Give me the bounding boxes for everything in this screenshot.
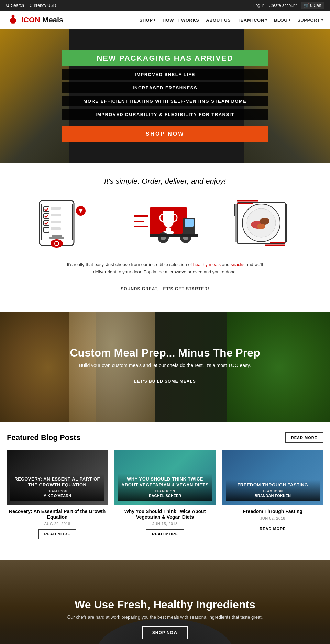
fresh-ingredients-section: We Use Fresh, Healthy Ingredients Our ch… xyxy=(0,560,330,644)
blog-card-1: WHY YOU SHOULD THINK TWICE ABOUT VEGETAR… xyxy=(114,450,215,543)
nav-shop[interactable]: SHOP ▾ xyxy=(140,18,156,23)
how-it-works-section: It's simple. Order, deliver, and enjoy! xyxy=(0,163,330,312)
step-deliver xyxy=(124,196,206,251)
blog-card-1-read-more-button[interactable]: READ MORE xyxy=(146,529,184,539)
search-button[interactable]: Search xyxy=(6,3,24,8)
blog-section: Featured Blog Posts READ MORE RECOVERY: … xyxy=(0,422,330,553)
blog-heading: Featured Blog Posts xyxy=(7,433,80,442)
top-bar-right: Log in Create account 🛒 0 Cart xyxy=(253,2,324,9)
login-link[interactable]: Log in xyxy=(253,3,265,8)
cart-button[interactable]: 🛒 0 Cart xyxy=(301,2,324,9)
fresh-subtext: Our chefs are hard at work preparing you… xyxy=(67,614,263,620)
chevron-down-icon: ▾ xyxy=(321,18,323,22)
logo-text: ICON Meals xyxy=(21,15,63,24)
currency-selector[interactable]: Currency USD xyxy=(30,3,56,8)
svg-point-20 xyxy=(55,241,59,246)
enjoy-icon-svg xyxy=(229,197,294,250)
step-enjoy xyxy=(220,196,302,251)
svg-point-41 xyxy=(257,224,265,229)
blog-card-0-body: Recovery: An Essential Part of the Growt… xyxy=(7,505,108,543)
currency-label: Currency xyxy=(30,3,46,8)
search-label: Search xyxy=(11,3,24,8)
blog-card-2-author: BRANDAN FOKKEN xyxy=(229,493,317,498)
blog-card-1-date: JUN 15, 2018 xyxy=(114,522,215,526)
custom-meal-heading: Custom Meal Prep... Minus The Prep xyxy=(70,347,260,359)
steps-container xyxy=(7,196,323,251)
blog-card-1-author: RACHEL SCHEER xyxy=(121,493,209,498)
hero-feature-2: INCREASED FRESHNESS xyxy=(62,82,268,93)
nav-blog[interactable]: BLOG ▾ xyxy=(274,18,290,23)
blog-card-2-body: Freedom Through Fasting JUN 02, 2018 REA… xyxy=(222,505,323,538)
custom-meal-subtext: Build your own custom meals and let our … xyxy=(70,363,260,368)
blog-card-2-overlay-title: FREEDOM THROUGH FASTING xyxy=(229,482,317,488)
deliver-icon-svg xyxy=(132,197,198,250)
blog-card-2: FREEDOM THROUGH FASTING TEAM ICON BRANDA… xyxy=(222,450,323,543)
svg-rect-17 xyxy=(52,235,62,237)
hero-feature-3: MORE EFFICIENT HEATING WITH SELF-VENTING… xyxy=(62,96,268,106)
svg-rect-3 xyxy=(11,18,15,24)
step-order-icon xyxy=(34,196,103,251)
blog-card-0-overlay-title: RECOVERY: AN ESSENTIAL PART OF THE GROWT… xyxy=(13,476,101,488)
blog-cards: RECOVERY: AN ESSENTIAL PART OF THE GROWT… xyxy=(7,450,323,543)
top-bar: Search Currency USD Log in Create accoun… xyxy=(0,0,330,11)
svg-rect-4 xyxy=(10,19,12,22)
svg-rect-8 xyxy=(44,207,49,212)
svg-rect-13 xyxy=(51,221,61,223)
hero-feature-1: IMPROVED SHELF LIFE xyxy=(62,69,268,80)
how-it-works-description: It's really that easy. Just choose from … xyxy=(62,261,268,276)
blog-card-2-date: JUN 02, 2018 xyxy=(222,516,323,520)
search-icon xyxy=(6,3,10,8)
hero-feature-4: IMPROVED DURABILITY & FLEXIBILITY FOR TR… xyxy=(62,109,268,120)
blog-card-1-overlay-title: WHY YOU SHOULD THINK TWICE ABOUT VEGETAR… xyxy=(121,476,209,488)
nav-about-us[interactable]: ABOUT US xyxy=(206,18,231,23)
get-started-button[interactable]: SOUNDS GREAT, LET'S GET STARTED! xyxy=(112,283,218,295)
svg-rect-9 xyxy=(44,214,49,218)
blog-card-2-title: Freedom Through Fasting xyxy=(222,509,323,514)
logo-link[interactable]: ICON Meals xyxy=(7,14,63,26)
svg-rect-28 xyxy=(185,219,194,227)
fresh-shop-now-button[interactable]: SHOP NOW xyxy=(142,626,188,639)
blog-card-2-image: FREEDOM THROUGH FASTING TEAM ICON BRANDA… xyxy=(222,450,323,505)
custom-meal-content: Custom Meal Prep... Minus The Prep Build… xyxy=(70,347,260,387)
top-bar-left: Search Currency USD xyxy=(6,3,56,8)
blog-card-0-title: Recovery: An Essential Part of the Growt… xyxy=(7,509,108,520)
blog-card-0-read-more-button[interactable]: READ MORE xyxy=(38,529,76,539)
blog-card-0-image: RECOVERY: AN ESSENTIAL PART OF THE GROWT… xyxy=(7,450,108,505)
custom-meal-section: Custom Meal Prep... Minus The Prep Build… xyxy=(0,312,330,422)
svg-rect-5 xyxy=(15,19,16,22)
step-order xyxy=(28,196,110,251)
nav-how-it-works[interactable]: HOW IT WORKS xyxy=(163,18,199,23)
nav-support[interactable]: SUPPORT ▾ xyxy=(297,18,323,23)
currency-value: USD xyxy=(47,3,56,8)
step-enjoy-icon xyxy=(227,196,296,251)
healthy-meals-link[interactable]: healthy meals xyxy=(193,262,221,267)
create-account-link[interactable]: Create account xyxy=(269,3,297,8)
svg-rect-15 xyxy=(51,227,61,230)
chevron-down-icon: ▾ xyxy=(265,18,267,22)
svg-rect-25 xyxy=(166,228,171,231)
svg-rect-12 xyxy=(51,214,61,216)
nav-team-icon[interactable]: TEAM ICON ▾ xyxy=(238,18,267,23)
read-more-all-button[interactable]: READ MORE xyxy=(285,432,323,443)
blog-card-2-read-more-button[interactable]: READ MORE xyxy=(254,524,292,533)
svg-point-0 xyxy=(6,4,9,7)
blog-card-0-date: AUG 29, 2018 xyxy=(7,522,108,526)
hero-title: NEW PACKAGING HAS ARRIVED xyxy=(62,50,268,66)
svg-rect-33 xyxy=(150,234,198,237)
blog-card-0: RECOVERY: AN ESSENTIAL PART OF THE GROWT… xyxy=(7,450,108,543)
hero-shop-now-button[interactable]: SHOP NOW xyxy=(62,126,268,142)
blog-card-1-team-label: TEAM ICON xyxy=(121,489,209,494)
hero-content: NEW PACKAGING HAS ARRIVED IMPROVED SHELF… xyxy=(62,50,268,142)
step-deliver-icon xyxy=(131,196,199,251)
blog-card-1-title: Why You Should Think Twice About Vegetar… xyxy=(114,509,215,520)
how-it-works-heading: It's simple. Order, deliver, and enjoy! xyxy=(7,177,323,186)
blog-card-2-team-label: TEAM ICON xyxy=(229,489,317,494)
snacks-link[interactable]: snacks xyxy=(231,262,244,267)
blog-card-0-team-label: TEAM ICON xyxy=(13,489,101,494)
logo-icon xyxy=(7,14,19,26)
blog-card-1-body: Why You Should Think Twice About Vegetar… xyxy=(114,505,215,543)
build-meals-button[interactable]: LET'S BUILD SOME MEALS xyxy=(124,375,206,387)
blog-card-1-image: WHY YOU SHOULD THINK TWICE ABOUT VEGETAR… xyxy=(114,450,215,505)
svg-rect-11 xyxy=(51,207,61,210)
cart-count: 0 Cart xyxy=(310,3,321,8)
